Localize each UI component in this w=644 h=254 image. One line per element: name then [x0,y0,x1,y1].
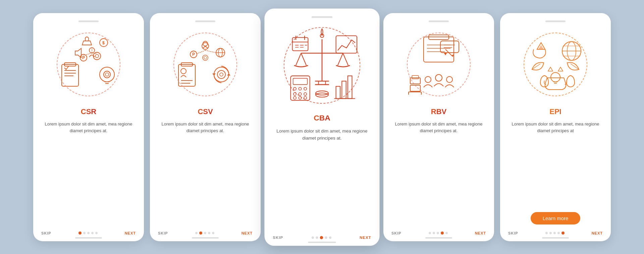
epi-skip[interactable]: SKIP [508,231,518,235]
rbv-bottom-bar [425,237,452,239]
phone-card-csr: $ P CSR Lorem ipsum dolor sit dim amet, … [33,13,144,241]
illustration-csv: P [168,28,242,101]
epi-dots [545,232,565,235]
dot-2 [433,232,435,234]
phone-notch-csv [195,20,215,22]
illustration-rbv [402,28,476,101]
csv-skip[interactable]: SKIP [158,231,168,235]
phone-notch [78,20,99,22]
csv-bottom-nav: SKIP NEXT [158,228,253,235]
csv-bottom-bar [192,237,219,239]
dot-3 [437,232,439,234]
phone-card-epi: EPI Lorem ipsum dolor sit dim amet, mea … [500,13,611,241]
dashed-circle-cba [284,27,361,104]
csv-title: CSV [198,107,213,116]
cba-bottom-nav: SKIP NEXT [273,233,371,240]
dot-1 [545,232,548,234]
dot-4 [441,232,444,235]
phone-card-rbv: RBV Lorem ipsum dolor sit dim amet, mea … [383,13,494,241]
illustration-epi [519,28,592,101]
dot-4 [91,232,94,234]
epi-bottom-bar [542,237,569,239]
csv-next[interactable]: NEXT [241,231,253,235]
dot-2 [83,232,86,234]
dot-2 [316,236,318,239]
dot-5 [561,232,565,235]
cba-description: Lorem ipsum dolor sit dim amet, mea regi… [273,128,371,227]
dot-3 [87,232,90,234]
dot-5 [212,232,214,234]
dot-3 [204,232,206,234]
dot-2 [199,232,202,235]
phone-card-cba: CBA Lorem ipsum dolor sit dim amet, mea … [264,8,379,246]
epi-bottom-nav: SKIP NEXT [508,228,603,235]
phone-notch-cba [312,16,332,18]
csr-description: Lorem ipsum dolor sit dim amet, mea regi… [41,121,136,223]
csr-skip[interactable]: SKIP [41,231,51,235]
cba-skip[interactable]: SKIP [273,235,283,239]
cba-dots [311,236,331,239]
epi-title: EPI [549,107,561,116]
epi-next[interactable]: NEXT [592,231,603,235]
dashed-circle-csv [173,33,237,96]
csr-dots [78,232,98,235]
learn-more-button[interactable]: Learn more [531,212,581,224]
cba-title: CBA [314,113,330,122]
dot-2 [549,232,552,234]
dot-5 [95,232,98,234]
dot-3 [553,232,556,234]
dashed-circle [57,33,120,96]
csv-dots [195,232,214,235]
dot-1 [311,236,314,239]
rbv-dots [429,232,448,235]
dot-5 [445,232,448,234]
rbv-bottom-nav: SKIP NEXT [391,228,486,235]
dot-5 [329,236,331,239]
rbv-next[interactable]: NEXT [475,231,486,235]
cba-next[interactable]: NEXT [360,235,371,239]
rbv-skip[interactable]: SKIP [391,231,401,235]
dashed-circle-rbv [407,33,471,96]
rbv-description: Lorem ipsum dolor sit dim amet, mea regi… [391,121,486,223]
dot-3 [320,236,323,239]
phone-notch-epi [545,20,566,22]
dot-4 [325,236,327,239]
csr-bottom-bar [75,237,102,239]
phone-card-csv: P CSV Lorem ipsum dolor sit dim amet, me… [150,13,261,241]
epi-description: Lorem ipsum dolor sit dim amet, mea regi… [508,121,603,207]
screens-container: $ P CSR Lorem ipsum dolor sit dim amet, … [20,3,624,251]
rbv-title: RBV [431,107,446,116]
dot-4 [208,232,210,234]
dot-1 [429,232,431,234]
dot-1 [195,232,198,234]
dot-1 [78,232,82,235]
dashed-circle-epi [524,33,587,96]
csr-bottom-nav: SKIP NEXT [41,228,136,235]
illustration-cba [280,23,364,107]
svg-point-69 [293,96,296,99]
cba-bottom-bar [308,242,336,243]
csr-next[interactable]: NEXT [125,231,136,235]
csv-description: Lorem ipsum dolor sit dim amet, mea regi… [158,121,253,223]
illustration-csr: $ P [52,28,125,101]
csr-title: CSR [81,107,96,116]
dot-4 [557,232,560,234]
phone-notch-rbv [429,20,449,22]
